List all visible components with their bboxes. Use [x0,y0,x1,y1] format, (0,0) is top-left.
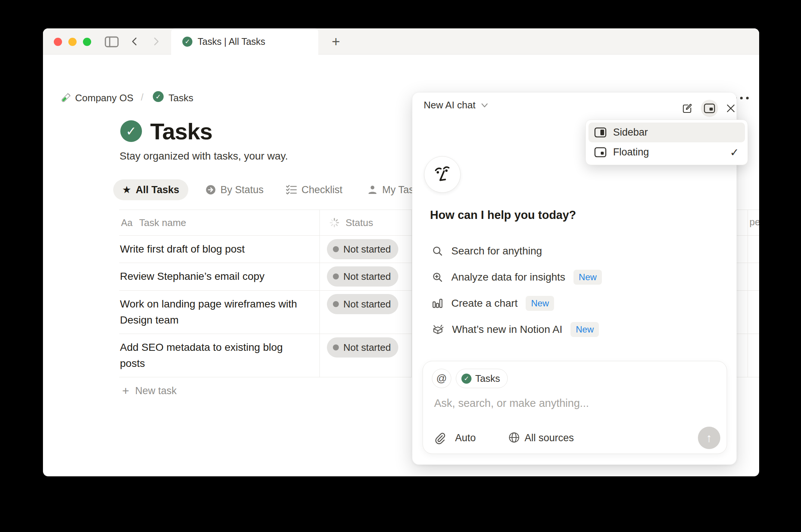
person-icon [367,185,378,195]
table-row-task-name[interactable]: Add SEO metadata to existing blog posts [120,339,307,371]
view-tab-all-tasks[interactable]: ★ All Tasks [113,179,188,200]
column-divider[interactable] [411,210,412,377]
column-divider[interactable] [319,210,320,377]
breadcrumb-page[interactable]: Tasks [168,92,193,104]
open-box-icon [432,324,444,335]
breadcrumb-separator: / [141,92,143,103]
close-icon[interactable] [722,100,739,117]
tab-tasks-all-tasks[interactable]: ✓ Tasks | All Tasks [171,28,318,55]
view-tab-checklist[interactable]: Checklist [286,179,343,200]
new-badge: New [570,322,599,337]
column-header-label: Task name [139,217,186,229]
status-dot-icon [333,344,339,350]
page-subtitle: Stay organized with tasks, your way. [120,150,288,162]
menu-item-floating[interactable]: Floating ✓ [588,142,745,162]
view-tab-label: Checklist [301,184,343,196]
forward-icon[interactable] [151,36,161,47]
view-tab-label: All Tasks [136,184,179,196]
status-badge[interactable]: Not started [327,266,398,287]
new-tab-button[interactable]: + [328,33,344,50]
close-window-button[interactable] [54,38,62,46]
suggestion-whats-new[interactable]: What’s new in Notion AI New [432,321,599,338]
table-row-task-name[interactable]: Review Stephanie’s email copy [120,268,307,284]
tab-bar: ✓ Tasks | All Tasks + [43,28,759,55]
context-chip-tasks[interactable]: ✓ Tasks [456,369,508,388]
status-dot-icon [333,246,339,252]
table-row-task-name[interactable]: Write first draft of blog post [120,241,307,257]
text-type-icon: Aa [121,217,133,228]
column-divider[interactable] [748,210,748,377]
tab-title: Tasks | All Tasks [198,36,265,47]
page-icon-check[interactable]: ✓ [120,120,142,142]
view-tab-by-status[interactable]: By Status [205,179,264,200]
panel-view-mode-icon[interactable] [701,100,718,117]
search-icon [432,245,443,257]
breadcrumb-workspace[interactable]: Company OS [75,92,133,104]
sources-selector[interactable]: All sources [525,432,574,444]
tab-favicon-check-icon: ✓ [182,37,192,47]
ai-chat-title-dropdown[interactable]: New AI chat [424,99,488,111]
status-badge[interactable]: Not started [327,239,398,259]
chip-check-icon: ✓ [461,374,471,384]
suggestion-analyze-data[interactable]: Analyze data for insights New [432,268,602,286]
column-header-task-name[interactable]: Aa Task name [121,210,186,235]
mention-button[interactable]: @ [432,369,451,388]
menu-item-sidebar[interactable]: Sidebar [588,123,745,142]
attachment-paperclip-icon[interactable] [434,432,445,444]
column-header-label: Status [346,217,373,229]
panel-view-menu: Sidebar Floating ✓ [585,120,748,165]
status-badge[interactable]: Not started [327,337,398,358]
column-header-truncated: pe [749,216,759,228]
view-tab-label: By Status [220,184,264,196]
arrow-circle-icon [205,185,216,195]
new-badge: New [573,270,602,285]
notion-ai-face-logo [424,156,461,193]
sidebar-toggle-icon[interactable] [105,36,119,47]
status-badge[interactable]: Not started [327,294,398,314]
bar-chart-icon [432,298,443,309]
chevron-down-icon [482,104,487,107]
status-spinner-icon [329,217,340,228]
suggestion-search[interactable]: Search for anything [432,242,542,260]
new-task-button[interactable]: + New task [122,384,177,398]
page-title: Tasks [150,118,212,145]
plus-icon: + [122,384,129,398]
globe-icon[interactable] [508,432,520,443]
zoom-window-button[interactable] [83,38,91,46]
back-icon[interactable] [130,36,139,47]
status-dot-icon [333,273,339,279]
status-dot-icon [333,301,339,307]
suggestion-create-chart[interactable]: Create a chart New [432,294,554,312]
new-chat-compose-icon[interactable] [678,100,696,117]
send-button[interactable]: ↑ [698,427,720,449]
ai-greeting: How can I help you today? [430,208,576,222]
table-row-task-name[interactable]: Work on landing page wireframes with Des… [120,296,307,328]
column-header-status[interactable]: Status [329,210,373,235]
notion-window: ✓ Tasks | All Tasks + Company OS / ✓ Tas… [43,28,759,476]
composer-placeholder[interactable]: Ask, search, or make anything... [434,397,589,409]
minimize-window-button[interactable] [68,38,77,46]
checkmark-icon: ✓ [730,146,739,159]
new-badge: New [526,296,554,311]
floating-layout-icon [594,147,606,157]
workspace-testtube-icon [60,92,72,104]
zoom-insights-icon [432,272,443,283]
breadcrumb-page-check-icon: ✓ [153,91,164,102]
checklist-icon [286,185,297,195]
topbar: Company OS / ✓ Tasks Share ☆ [43,55,759,89]
mode-selector[interactable]: Auto [455,432,476,444]
star-icon: ★ [122,184,131,196]
sidebar-layout-icon [594,127,606,137]
ai-composer[interactable]: @ ✓ Tasks Ask, search, or make anything.… [423,361,727,454]
